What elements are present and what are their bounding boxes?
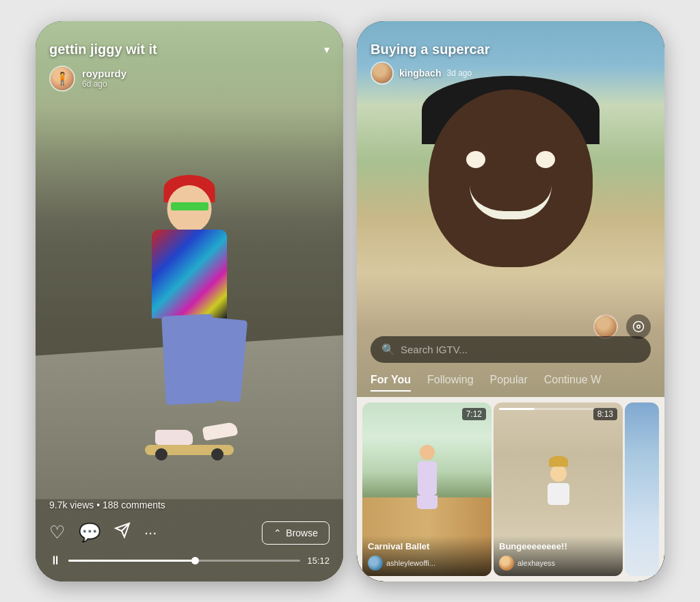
search-bar[interactable]: 🔍 Search IGTV... [371,336,651,363]
skater-shoe-right [202,421,239,440]
skater-shoe-left [155,430,193,445]
stats-text: 9.7k views • 188 comments [49,500,165,510]
left-video-title: gettin jiggy wit it [49,42,319,57]
tabs-area: For You Following Popular Continue W [357,374,664,392]
tab-for-you[interactable]: For You [371,374,411,392]
thumb-info-2: Bungeeeeeeee!! alexhayess [494,536,623,576]
skateboard-wheel-left [155,448,167,461]
actions-row: ♡ 💬 ··· ⌃ Browse [36,516,343,550]
thumb-info-1: Carnival Ballet ashleylewoffi... [362,536,492,576]
right-time-ago: 3d ago [446,68,472,78]
progress-fill [68,560,196,562]
face-silhouette [415,90,606,308]
progress-bar[interactable] [68,560,300,562]
thumb-progress-fill [499,408,535,410]
tab-following[interactable]: Following [427,374,474,392]
right-header-icons [593,314,651,339]
left-avatar-image: 🧍 [51,67,74,90]
thumb-title-2: Bungeeeeeeee!! [499,541,617,552]
svg-point-3 [637,325,641,328]
bp-hair [549,456,568,467]
left-avatar[interactable]: 🧍 [49,66,75,92]
skater-jacket [152,230,227,318]
right-avatar[interactable] [371,61,394,85]
left-username[interactable]: roypurdy [82,68,126,79]
thumb-username-1: ashleylewoffi... [386,559,435,567]
skater-glasses [171,202,208,210]
thumb-user-row-2: alexhayess [499,556,617,571]
right-user-row: kingbach 3d ago [371,61,651,85]
tab-continue[interactable]: Continue W [544,374,602,392]
right-video-title: Buying a supercar [371,42,651,57]
thumb-username-2: alexhayess [517,559,555,567]
thumbnail-carnival-ballet[interactable]: 7:12 Carnival Ballet ashleylewoffi... [362,402,492,576]
thumbnail-partial[interactable] [625,402,659,576]
search-placeholder: Search IGTV... [401,344,640,355]
bp-body [548,483,569,505]
more-icon[interactable]: ··· [144,524,248,542]
comment-icon[interactable]: 💬 [79,522,100,543]
skateboard [145,445,234,455]
left-header: gettin jiggy wit it ▾ [36,35,343,64]
progress-thumb [191,557,199,564]
progress-row: ⏸ 15:12 [36,550,343,571]
skateboard-wheel-right [211,448,224,461]
thumb-bg-2: 8:13 Bungeeeeeeee!! alexhayess [494,402,623,576]
cf-body [418,461,437,495]
share-icon[interactable] [114,522,131,543]
cf-legs [417,495,438,509]
thumb-avatar-img-1 [368,556,383,571]
tab-popular[interactable]: Popular [490,374,528,392]
carousel-figure [407,445,448,506]
left-user-meta: roypurdy 6d ago [82,68,126,89]
profile-icon[interactable] [593,314,618,339]
settings-icon[interactable] [626,314,651,339]
face-eye-left [466,151,485,168]
svg-point-2 [634,321,644,331]
thumb-bg-1: 7:12 Carnival Ballet ashleylewoffi... [362,402,492,576]
bp-head [550,465,567,482]
thumb-user-row-1: ashleylewoffi... [368,556,486,571]
cf-head [420,445,435,460]
left-phone: gettin jiggy wit it ▾ 🧍 roypurdy 6d ago … [36,21,343,582]
duration-text: 15:12 [307,556,329,566]
skater-pants-right [193,316,247,402]
thumb-avatar-img-2 [499,556,514,571]
thumb-bg-3 [625,402,659,576]
face-eye-right [536,151,555,168]
left-user-info: 🧍 roypurdy 6d ago [49,66,126,92]
skater-head [167,185,212,233]
browse-chevron: ⌃ [273,528,282,538]
right-avatar-image [372,63,392,83]
search-icon: 🔍 [381,343,395,356]
right-header: Buying a supercar kingbach 3d ago [357,35,664,92]
skater-figure [135,185,244,445]
thumbnail-bungee[interactable]: 8:13 Bungeeeeeeee!! alexhayess [494,402,623,576]
left-time-ago: 6d ago [82,79,126,89]
dropdown-icon[interactable]: ▾ [324,43,329,56]
bungee-person [541,454,576,502]
pause-button[interactable]: ⏸ [49,553,62,568]
right-username[interactable]: kingbach [399,68,441,79]
search-area: 🔍 Search IGTV... [357,336,664,370]
screenshot-container: gettin jiggy wit it ▾ 🧍 roypurdy 6d ago … [0,0,700,602]
thumb-duration-2: 8:13 [593,408,617,420]
left-bottom: 9.7k views • 188 comments ♡ 💬 ··· ⌃ Brow… [36,494,343,582]
stats-row: 9.7k views • 188 comments [36,494,343,516]
face-smile [470,185,552,219]
thumb-avatar-1 [368,556,383,571]
browse-button[interactable]: ⌃ Browse [262,521,329,545]
face-head [429,90,593,267]
thumb-avatar-2 [499,556,514,571]
thumb-title-1: Carnival Ballet [368,541,486,552]
right-phone: Buying a supercar kingbach 3d ago [357,21,664,582]
thumb-duration-1: 7:12 [462,408,486,420]
thumbnails-grid: 7:12 Carnival Ballet ashleylewoffi... [357,397,664,582]
like-icon[interactable]: ♡ [49,522,65,543]
browse-label: Browse [286,528,318,538]
